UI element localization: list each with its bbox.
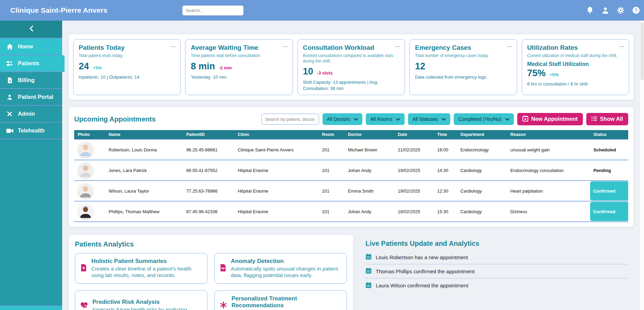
live-update-text: Laura Wilson confirmed the appointment [376,283,468,288]
card-menu-button[interactable]: ... [283,42,288,48]
sidebar-collapse-button[interactable] [0,21,62,38]
chevron-down-icon [396,116,400,122]
file-plus-icon [80,264,87,273]
doctors-filter-dropdown[interactable]: All Doctors [323,113,363,125]
list-item: Laura Wilson confirmed the appointment [365,278,628,292]
gear-icon[interactable] [617,7,624,14]
live-update-text: Louis Robertson has a new appointment [376,254,468,260]
status-text: Pending [590,160,628,181]
stat-value: 12 [415,61,425,72]
sidebar-item-admin[interactable]: Admin [0,106,62,123]
analytics-title: Patients Analytics [75,240,347,248]
column-header: Department [457,130,507,139]
svg-text:$: $ [9,79,11,82]
app-title: Clinique Saint-Pierre Anvers [10,6,108,14]
scrollbar[interactable] [640,21,644,310]
column-header: PatientID [183,130,234,139]
analytics-card-desc: Creates a clear timeline of a patient's … [91,266,202,279]
cell-reason: Heart palpitation [507,181,590,201]
analytics-card-desc: Automatically spots unusual changes in p… [231,266,341,279]
status-text: Scheduled [590,139,628,160]
home-icon [6,44,13,50]
cell-time: 12:30 [434,181,457,201]
cell-time: 16:00 [434,139,457,160]
table-row[interactable]: Jones, Lara Patrick 89.55.41-87552 Hôpit… [74,160,628,181]
stat-card-patients-today: ... Patients Today Total patient visits … [73,39,181,95]
stat-subtitle: Time patients wait before consultation. [191,53,287,59]
sidebar-item-home[interactable]: Home [0,38,62,55]
stat-footer: 6 hrs in consultation / 8 hr shift [527,81,624,87]
appointments-title: Upcoming Appointments [74,115,156,123]
show-all-button[interactable]: Show All [586,113,628,125]
table-row[interactable]: Robertson, Louis Donna 96.25.45-88661 Cl… [74,139,628,160]
scrollbar-thumb[interactable] [641,22,644,80]
main-content: ... Patients Today Total patient visits … [62,21,644,310]
card-menu-button[interactable]: ... [619,42,625,48]
cell-date: 18/02/2025 [394,201,434,222]
sidebar-item-patient-portal[interactable]: Patient Portal [0,89,62,106]
sidebar-item-telehealth[interactable]: Telehealth [0,123,62,139]
cell-clinic: Clinique Saint-Pierre Anvers [234,139,318,160]
cell-name: Wilson, Laura Taylor [105,181,183,201]
column-header: Name [105,130,183,139]
rooms-filter-dropdown[interactable]: All Rooms [366,113,405,125]
stat-subtitle: Booked consultations compared to availab… [303,53,399,64]
table-row[interactable]: Phillips, Thomas Matthew 87.45.96-42336 … [74,201,628,222]
column-header: Reason [507,130,590,139]
patients-analytics-panel: Patients Analytics Holistic Patient Summ… [69,235,353,310]
column-header: Date [394,130,434,139]
stat-value: 10 [303,66,313,77]
filter-label: All Doctors [327,116,350,122]
cell-department: Cardiology [457,160,507,181]
cell-patient-id: 87.45.96-42336 [183,201,234,222]
patients-icon [6,60,13,66]
stat-extra-label: Medical Staff Utilization [527,61,624,67]
cell-doctor: Emma Smith [344,181,394,201]
filter-label: Completed (Yes/No) [458,116,501,122]
sidebar-item-label: Home [18,44,33,50]
completed-filter-dropdown[interactable]: Completed (Yes/No) [454,113,514,125]
chevron-down-icon [505,116,509,122]
card-menu-button[interactable]: ... [395,42,400,48]
stat-subtitle: Total number of emergency cases today. [415,53,511,59]
help-icon[interactable]: ? [632,7,640,14]
list-item: Louis Robertson has a new appointment [365,250,628,264]
card-menu-button[interactable]: ... [507,42,512,48]
analytics-card-title: Anomaly Detection [231,258,341,265]
sidebar-item-patients[interactable]: Patients [0,55,65,72]
column-header: Doctor [344,130,394,139]
table-row[interactable]: Wilson, Laura Taylor 77.25.63-78966 Hôpi… [74,181,628,201]
stat-card-utilization-rates: ... Utilization Rates Current utilizatio… [522,39,629,95]
bell-icon[interactable] [586,7,594,14]
stat-footer: Yesterday: 10 min [191,74,287,80]
appointments-search-input[interactable] [261,114,319,125]
new-appointment-button[interactable]: New Appointment [517,113,583,125]
global-search-input[interactable] [182,5,244,15]
sidebar: Home Patients $ Billing [0,21,62,310]
user-icon[interactable] [601,7,609,14]
cell-patient-id: 77.25.63-78966 [183,181,234,201]
calendar-icon [365,282,372,289]
cell-room: 101 [318,181,344,201]
stat-title: Average Waiting Time [191,44,287,51]
sidebar-item-label: Admin [18,111,35,117]
chevron-down-icon [442,116,446,122]
stat-title: Utilization Rates [527,44,624,51]
cell-doctor: Michael Brown [344,139,394,160]
statuses-filter-dropdown[interactable]: All Statuses [408,113,450,125]
sidebar-item-label: Patient Portal [18,94,53,100]
list-item: Thomas Phillips confirmed the appointmen… [365,264,628,278]
stat-card-emergency-cases: ... Emergency Cases Total number of emer… [409,39,517,95]
analytics-card-holistic-summaries[interactable]: Holistic Patient Summaries Creates a cle… [75,253,207,284]
cell-room: 101 [318,160,344,181]
column-header: Time [434,130,457,139]
analytics-card-anomaly-detection[interactable]: Anomaly Detection Automatically spots un… [214,253,347,284]
card-menu-button[interactable]: ... [171,42,176,48]
live-updates-panel: Live Patients Update and Analytics Louis… [359,235,634,296]
cell-reason: Endocrinology consultation [507,160,590,181]
sidebar-item-billing[interactable]: $ Billing [0,72,62,89]
analytics-card-predictive-risk[interactable]: Predictive Risk Analysis Forecasts futur… [75,290,207,310]
stat-title: Emergency Cases [415,44,511,51]
analytics-card-personalized-treatment[interactable]: Personalized Treatment Recommendations S… [214,290,347,310]
list-icon [591,116,597,123]
